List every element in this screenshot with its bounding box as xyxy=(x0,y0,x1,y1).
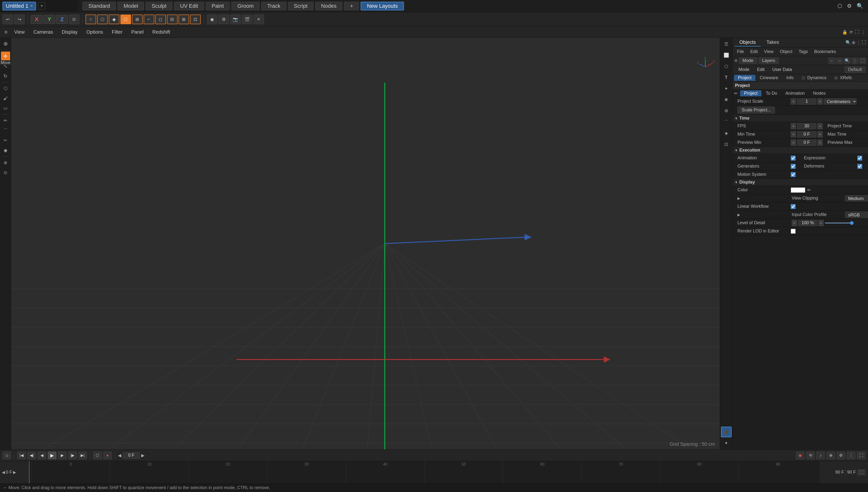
sub-tab-todo[interactable]: To Do xyxy=(762,90,781,96)
mode-tab-info[interactable]: Info xyxy=(782,75,797,81)
selection-tool-button[interactable]: ⊕ xyxy=(1,39,10,48)
spline-smooth-button[interactable]: ⌒ xyxy=(1,126,10,135)
spline-pen-button[interactable]: ✏ xyxy=(1,116,10,125)
render-lod-checkbox[interactable] xyxy=(791,229,796,233)
object-mode-button[interactable]: ⬡ xyxy=(120,15,131,24)
render-button[interactable]: ◉ xyxy=(207,15,217,24)
mode-track[interactable]: Track xyxy=(261,2,286,10)
timeline-more-btn[interactable]: ⋮ xyxy=(847,451,855,459)
knife-tool-button[interactable]: ✂ xyxy=(1,136,10,145)
panel-add-icon[interactable]: ⊕ xyxy=(852,40,855,45)
redo-button[interactable]: ↪ xyxy=(14,15,25,24)
menu-object[interactable]: Object xyxy=(777,49,795,55)
timeline-ruler[interactable]: 0 10 20 30 40 50 60 70 80 90 xyxy=(29,461,820,483)
timeline-keyframe-mode[interactable]: ⬡ xyxy=(93,451,102,459)
preview-min-decrement[interactable]: < xyxy=(791,140,796,146)
mode-paint[interactable]: Paint xyxy=(206,2,230,10)
attr-mode-mode[interactable]: Mode xyxy=(735,67,753,73)
tab-add-button[interactable]: + xyxy=(38,2,45,9)
menu-filter[interactable]: Filter xyxy=(108,28,126,36)
timeline-audio[interactable]: ♪ xyxy=(816,451,825,459)
min-time-decrement[interactable]: < xyxy=(791,131,796,138)
project-scale-input[interactable] xyxy=(797,98,816,105)
mode-tab-project[interactable]: Project xyxy=(734,75,755,81)
mode-standard[interactable]: Standard xyxy=(82,2,116,10)
project-scale-unit-select[interactable]: Centimeters Meters Inches xyxy=(824,98,857,105)
menu-view-panel[interactable]: View xyxy=(762,49,776,55)
menu-display[interactable]: Display xyxy=(58,28,81,36)
viewport-maximize-icon[interactable]: ⛶ xyxy=(855,29,859,34)
display-section-header[interactable]: ▼ Display xyxy=(732,179,868,186)
generators-checkbox[interactable] xyxy=(791,164,796,169)
scene-settings-icon[interactable]: ⚙ xyxy=(721,105,732,116)
menu-edit[interactable]: Edit xyxy=(748,49,760,55)
fields-icon[interactable]: ◈ xyxy=(721,128,732,139)
panel-expand-icon[interactable]: ⛶ xyxy=(862,40,866,45)
camera-tool-icon[interactable]: 🎥 xyxy=(721,427,732,437)
primitive-icon[interactable]: ⬡ xyxy=(721,61,732,72)
mode-uvedit[interactable]: UV Edit xyxy=(174,2,204,10)
viewport[interactable]: Perspective Default Camera ⚙ xyxy=(11,38,720,449)
text-tool-icon[interactable]: T xyxy=(721,72,732,83)
scale-tool-button[interactable]: ⤡ xyxy=(1,62,10,71)
mode-add-button[interactable]: + xyxy=(344,2,359,10)
menu-tags[interactable]: Tags xyxy=(796,49,810,55)
menu-redshift[interactable]: Redshift xyxy=(148,28,174,36)
attributes-button[interactable]: ≡ xyxy=(253,15,264,24)
attr-nav-back[interactable]: ← xyxy=(828,58,835,64)
render-to-picture-button[interactable]: 📷 xyxy=(230,15,241,24)
attr-more-btn[interactable]: ⋮ xyxy=(851,58,858,64)
timeline-step-back[interactable]: ◀| xyxy=(27,451,36,459)
rect-select-button[interactable]: ▭ xyxy=(1,104,10,113)
sub-tab-project[interactable]: Project xyxy=(740,90,762,96)
timeline-loop[interactable]: ⟲ xyxy=(806,451,815,459)
timeline-step-forward[interactable]: |▶ xyxy=(68,451,77,459)
mode-nodes[interactable]: Nodes xyxy=(315,2,343,10)
coord-z-button[interactable]: Z xyxy=(56,15,68,24)
tab-close-button[interactable]: × xyxy=(30,3,33,8)
attr-tab-attributes[interactable]: Mode xyxy=(739,57,757,64)
brush-tool-button[interactable]: ⊙ xyxy=(1,168,10,177)
project-scale-decrement[interactable]: < xyxy=(791,98,796,105)
render-settings-button[interactable]: ⚙ xyxy=(218,15,229,24)
sub-tab-nodes[interactable]: Nodes xyxy=(809,90,829,96)
move-tool-button[interactable]: ✛ Move xyxy=(1,52,10,61)
mode-groom[interactable]: Groom xyxy=(231,2,260,10)
uv-mode-button[interactable]: ⊞ xyxy=(132,15,143,24)
timeline-play-forward[interactable]: ▶ xyxy=(58,451,67,459)
new-layouts-button[interactable]: New Layouts xyxy=(361,2,404,10)
attr-search-btn[interactable]: 🔍 xyxy=(844,58,850,64)
timeline-record-btn[interactable]: ● xyxy=(103,451,112,459)
fps-increment[interactable]: > xyxy=(817,123,823,129)
edge-mode-button[interactable]: ⬡ xyxy=(97,15,108,24)
min-time-input[interactable] xyxy=(797,131,816,138)
rotate-tool-button[interactable]: ↻ xyxy=(1,71,10,81)
object-list-icon[interactable]: ⬜ xyxy=(721,50,732,60)
manager-view-icon[interactable]: ☰ xyxy=(721,39,732,49)
lod-slider[interactable] xyxy=(825,222,854,223)
lod-decrement[interactable]: < xyxy=(792,220,797,226)
preview-min-increment[interactable]: > xyxy=(817,140,823,146)
expression-checkbox[interactable] xyxy=(857,156,862,161)
timeline-play[interactable]: ▶ xyxy=(48,451,56,459)
poly-mode-button[interactable]: ◆ xyxy=(109,15,119,24)
attr-mode-userdata[interactable]: User Data xyxy=(769,67,795,73)
render-viewport-button[interactable]: 🎬 xyxy=(242,15,252,24)
render-icon[interactable]: ⬡ xyxy=(838,3,842,9)
coord-y-button[interactable]: Y xyxy=(44,15,55,24)
timeline-resize-btn[interactable]: ⛶ xyxy=(857,469,866,475)
snapping-button[interactable]: ⊡ xyxy=(190,15,201,24)
spline-tool-icon[interactable]: ⌒ xyxy=(721,117,732,127)
fps-decrement[interactable]: < xyxy=(791,123,796,129)
timeline-record-all[interactable]: ◉ xyxy=(796,451,804,459)
timeline-skip-start[interactable]: |◀ xyxy=(17,451,26,459)
menu-view[interactable]: View xyxy=(10,28,29,36)
timeline-skip-end[interactable]: ▶| xyxy=(78,451,87,459)
execution-section-header[interactable]: ▼ Execution xyxy=(732,147,868,154)
point-mode-button[interactable]: ○ xyxy=(86,15,96,24)
time-section-header[interactable]: ▼ Time xyxy=(732,115,868,122)
fps-input[interactable] xyxy=(797,123,816,129)
project-scale-increment[interactable]: > xyxy=(817,98,823,105)
coord-extra-button[interactable]: ⊙ xyxy=(69,15,79,24)
timeline-solo[interactable]: ⊕ xyxy=(826,451,835,459)
